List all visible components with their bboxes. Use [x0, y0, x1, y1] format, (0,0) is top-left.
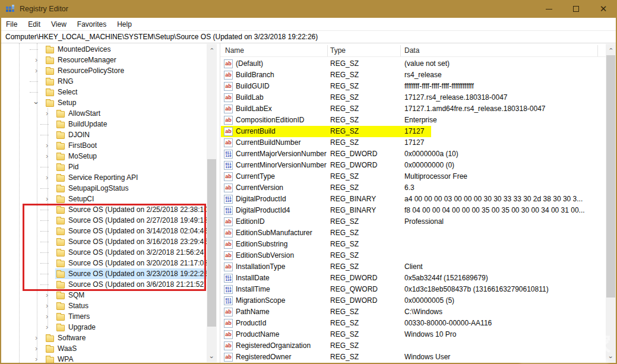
- tree-item[interactable]: ›ResourcePolicyStore: [1, 65, 207, 76]
- tree-item[interactable]: ›SetupCI: [1, 194, 207, 204]
- column-separator[interactable]: [597, 45, 598, 56]
- tree-item[interactable]: ›Service Reporting API: [1, 172, 207, 183]
- tree-node[interactable]: WaaS: [45, 343, 80, 354]
- tree-item[interactable]: ›AllowStart: [1, 108, 207, 119]
- scroll-up-arrow-icon[interactable]: ›: [207, 44, 217, 54]
- menu-file[interactable]: File: [1, 18, 23, 30]
- tree-item[interactable]: Source OS (Updated on 3/2/2018 21:56:24): [1, 247, 207, 258]
- chevron-right-icon[interactable]: ›: [33, 333, 45, 343]
- tree-scrollbar[interactable]: › ›: [207, 44, 217, 362]
- registry-value-row[interactable]: abInstallationTypeREG_SZClient: [220, 261, 606, 273]
- registry-value-row[interactable]: 011110DigitalProductId4REG_BINARYf8 04 0…: [220, 205, 606, 216]
- maximize-button[interactable]: [562, 0, 590, 18]
- menu-view[interactable]: View: [46, 18, 72, 30]
- tree-item[interactable]: Source OS (Updated on 3/6/2018 21:21:52): [1, 279, 207, 290]
- list-scrollbar[interactable]: › ›: [606, 44, 616, 362]
- tree-item[interactable]: ›ResourceManager: [1, 55, 207, 65]
- registry-value-row[interactable]: 011110InstallTimeREG_QWORD0x1d3c18eb5084…: [220, 284, 606, 295]
- chevron-right-icon[interactable]: ›: [44, 311, 55, 322]
- tree-item[interactable]: ›WPA: [1, 354, 207, 363]
- minimize-button[interactable]: [535, 0, 562, 18]
- registry-value-row[interactable]: abPathNameREG_SZC:\Windows: [220, 306, 606, 318]
- tree-item[interactable]: RNG: [1, 76, 207, 87]
- chevron-right-icon[interactable]: ›: [33, 343, 45, 354]
- tree-node[interactable]: Status: [55, 300, 91, 311]
- tree-node[interactable]: SQM: [55, 290, 87, 300]
- column-header-name[interactable]: Name: [225, 44, 244, 57]
- tree-item[interactable]: SetupapiLogStatus: [1, 183, 207, 194]
- registry-value-row[interactable]: abProductNameREG_SZWindows 10 Pro: [220, 329, 606, 340]
- registry-value-row[interactable]: abBuildBranchREG_SZrs4_release: [220, 69, 606, 81]
- tree-item[interactable]: Source OS (Updated on 3/23/2018 19:22:26…: [1, 268, 207, 279]
- chevron-right-icon[interactable]: ›: [33, 354, 45, 363]
- registry-value-row[interactable]: abEditionSubVersionREG_SZ: [220, 250, 606, 261]
- registry-value-row[interactable]: abEditionIDREG_SZProfessional: [220, 216, 606, 227]
- chevron-right-icon[interactable]: ›: [44, 322, 55, 333]
- tree-node[interactable]: Upgrade: [55, 322, 99, 333]
- registry-value-row[interactable]: abCurrentBuildNumberREG_SZ17127: [220, 137, 606, 148]
- tree-item[interactable]: MountedDevices: [1, 44, 207, 55]
- chevron-right-icon[interactable]: ›: [44, 300, 55, 311]
- tree-item[interactable]: ›Software: [1, 333, 207, 343]
- tree-item[interactable]: Source OS (Updated on 2/25/2018 22:38:10…: [1, 204, 207, 215]
- tree-node[interactable]: Source OS (Updated on 3/6/2018 21:21:52): [55, 279, 209, 290]
- registry-value-row[interactable]: 011110DigitalProductIdREG_BINARYa4 00 00…: [220, 194, 606, 205]
- tree-item[interactable]: ›MoSetup: [1, 151, 207, 162]
- menu-help[interactable]: Help: [112, 18, 137, 30]
- menu-favorites[interactable]: Favorites: [72, 18, 112, 30]
- tree-node[interactable]: Source OS (Updated on 2/25/2018 22:38:10…: [55, 204, 213, 215]
- chevron-right-icon[interactable]: ›: [44, 108, 55, 119]
- tree-node[interactable]: Source OS (Updated on 3/16/2018 23:29:45…: [55, 236, 213, 247]
- tree-node[interactable]: Service Reporting API: [55, 172, 141, 183]
- tree-node[interactable]: RNG: [45, 76, 77, 87]
- column-separator[interactable]: [327, 45, 328, 56]
- tree-item[interactable]: ›FirstBoot: [1, 140, 207, 151]
- tree-item[interactable]: ›SQM: [1, 290, 207, 300]
- tree-node[interactable]: FirstBoot: [55, 140, 100, 151]
- tree-node[interactable]: DJOIN: [55, 129, 93, 140]
- tree-node[interactable]: Source OS (Updated on 3/20/2018 21:17:03…: [55, 258, 213, 268]
- tree-node[interactable]: WPA: [45, 354, 76, 363]
- tree-node[interactable]: Source OS (Updated on 3/23/2018 19:22:26…: [55, 268, 213, 279]
- tree-item[interactable]: Pid: [1, 162, 207, 172]
- tree-item[interactable]: BuildUpdate: [1, 119, 207, 129]
- registry-value-row[interactable]: ab(Default)REG_SZ(value not set): [220, 58, 606, 69]
- registry-value-row[interactable]: abCurrentVersionREG_SZ6.3: [220, 182, 606, 194]
- column-separator[interactable]: [400, 45, 401, 56]
- chevron-right-icon[interactable]: ›: [44, 172, 55, 183]
- tree-node[interactable]: Source OS (Updated on 3/14/2018 02:04:46…: [55, 226, 213, 236]
- tree-node[interactable]: Timers: [55, 311, 93, 322]
- tree-node[interactable]: Setup: [45, 97, 79, 108]
- list-scrollbar-thumb[interactable]: [606, 55, 615, 297]
- tree-scrollbar-thumb[interactable]: [207, 159, 216, 327]
- menu-edit[interactable]: Edit: [23, 18, 46, 30]
- tree-node[interactable]: SetupapiLogStatus: [55, 183, 131, 194]
- registry-value-row[interactable]: 011110CurrentMinorVersionNumberREG_DWORD…: [220, 160, 606, 171]
- address-bar[interactable]: Computer\HKEY_LOCAL_MACHINE\SYSTEM\Setup…: [1, 31, 616, 43]
- registry-value-row[interactable]: 011110MigrationScopeREG_DWORD0x00000005 …: [220, 295, 606, 306]
- registry-value-row[interactable]: 011110InstallDateREG_DWORD0x5ab3244f (15…: [220, 273, 606, 284]
- tree-item[interactable]: ›WaaS: [1, 343, 207, 354]
- tree-item[interactable]: Select: [1, 87, 207, 97]
- tree-item[interactable]: ›Status: [1, 300, 207, 311]
- tree-node[interactable]: ResourcePolicyStore: [45, 65, 127, 76]
- registry-value-row[interactable]: abProductIdREG_SZ00330-80000-00000-AA116: [220, 318, 606, 329]
- chevron-down-icon[interactable]: ›: [33, 97, 45, 108]
- registry-value-row[interactable]: abEditionSubstringREG_SZ: [220, 239, 606, 250]
- registry-value-row[interactable]: abCurrentBuildREG_SZ17127: [220, 126, 606, 137]
- tree-item[interactable]: Source OS (Updated on 3/20/2018 21:17:03…: [1, 258, 207, 268]
- registry-value-row[interactable]: abCurrentTypeREG_SZMultiprocessor Free: [220, 171, 606, 182]
- chevron-right-icon[interactable]: ›: [33, 65, 45, 76]
- tree-item[interactable]: ›Upgrade: [1, 322, 207, 333]
- tree-item[interactable]: Source OS (Updated on 3/16/2018 23:29:45…: [1, 236, 207, 247]
- chevron-right-icon[interactable]: ›: [33, 55, 45, 65]
- chevron-right-icon[interactable]: ›: [44, 194, 55, 204]
- tree-item[interactable]: ›Setup: [1, 97, 207, 108]
- registry-value-row[interactable]: abBuildGUIDREG_SZffffffff-ffff-ffff-ffff…: [220, 81, 606, 92]
- tree-node[interactable]: Pid: [55, 162, 81, 172]
- registry-value-row[interactable]: abBuildLabExREG_SZ17127.1.amd64fre.rs4_r…: [220, 103, 606, 115]
- tree-item[interactable]: ›Timers: [1, 311, 207, 322]
- tree-node[interactable]: Select: [45, 87, 80, 97]
- tree-node[interactable]: BuildUpdate: [55, 119, 110, 129]
- chevron-right-icon[interactable]: ›: [44, 290, 55, 300]
